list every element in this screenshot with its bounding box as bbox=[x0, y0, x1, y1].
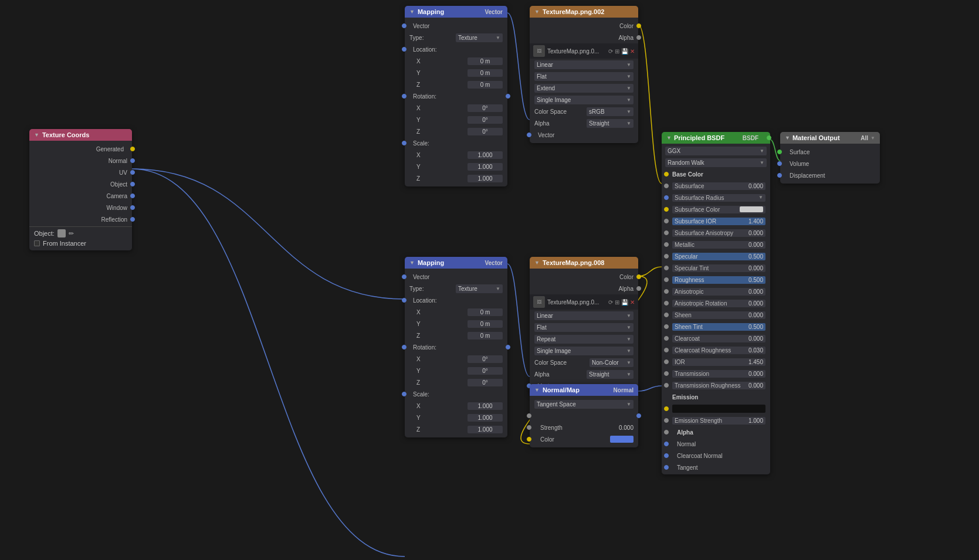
mapping1-scale-x-input[interactable]: 1.000 bbox=[468, 151, 503, 159]
bsdf-emission-swatch[interactable] bbox=[672, 405, 765, 413]
mapping1-rot-socket[interactable] bbox=[402, 94, 406, 99]
normalmap-dot-socket[interactable] bbox=[527, 413, 531, 418]
bsdf-header[interactable]: ▼ Principled BSDF BSDF bbox=[662, 132, 770, 144]
bsdf-anisotropic-socket[interactable] bbox=[664, 289, 669, 294]
mapping2-type-dropdown[interactable]: Texture ▼ bbox=[456, 284, 503, 293]
window-socket[interactable] bbox=[130, 205, 135, 210]
mapping1-rot-y-input[interactable]: 0° bbox=[468, 116, 503, 124]
mapping1-loc-y-input[interactable]: 0 m bbox=[468, 69, 503, 77]
mapping1-loc-socket[interactable] bbox=[402, 47, 406, 52]
mapping1-scale-y-input[interactable]: 1.000 bbox=[468, 163, 503, 171]
matoutput-displacement-socket[interactable] bbox=[777, 173, 782, 178]
bsdf-tangent-socket[interactable] bbox=[664, 465, 669, 470]
bsdf-ior-socket[interactable] bbox=[664, 359, 669, 364]
mapping2-vector-in-socket[interactable] bbox=[402, 274, 406, 279]
bsdf-metallic-socket[interactable] bbox=[664, 242, 669, 247]
mapping2-header[interactable]: ▼ Mapping Vector bbox=[405, 257, 507, 269]
mapping1-loc-x-input[interactable]: 0 m bbox=[468, 57, 503, 65]
texmap002-alpha-socket[interactable] bbox=[636, 35, 641, 40]
mapping1-rot-x-input[interactable]: 0° bbox=[468, 104, 503, 112]
mapping1-rot-z-input[interactable]: 0° bbox=[468, 128, 503, 135]
bsdf-emission-socket[interactable] bbox=[664, 406, 669, 411]
texmap008-alpha2-dropdown[interactable]: Straight ▼ bbox=[587, 370, 634, 379]
texmap002-ext-dropdown[interactable]: Extend ▼ bbox=[534, 84, 634, 93]
bsdf-clearcoat-socket[interactable] bbox=[664, 336, 669, 341]
texmap002-proj-dropdown[interactable]: Flat ▼ bbox=[534, 72, 634, 81]
normalmap-space-dropdown[interactable]: Tangent Space ▼ bbox=[534, 400, 634, 409]
bsdf-subsurf-color-swatch[interactable] bbox=[740, 206, 763, 212]
collapse-arrow[interactable]: ▼ bbox=[34, 132, 39, 138]
texmap008-interp-dropdown[interactable]: Linear ▼ bbox=[534, 311, 634, 320]
matoutput-surface-socket[interactable] bbox=[777, 150, 782, 154]
object-socket[interactable] bbox=[130, 182, 135, 186]
mapping2-rot-x-input[interactable]: 0° bbox=[468, 355, 503, 363]
normalmap-header[interactable]: ▼ Normal/Map Normal bbox=[530, 384, 638, 396]
bsdf-subsurf-radius-socket[interactable] bbox=[664, 195, 669, 200]
bsdf-transmission-socket[interactable] bbox=[664, 371, 669, 376]
bsdf-sheen-tint-socket[interactable] bbox=[664, 324, 669, 329]
bsdf-output-socket[interactable] bbox=[767, 135, 771, 140]
object-swatch[interactable] bbox=[57, 229, 66, 237]
bsdf-normal-socket[interactable] bbox=[664, 442, 669, 446]
bsdf-clearcoat-rough-socket[interactable] bbox=[664, 348, 669, 352]
bsdf-specular-socket[interactable] bbox=[664, 254, 669, 259]
mapping2-rot-socket[interactable] bbox=[402, 345, 406, 349]
bsdf-clearcoat-normal-socket[interactable] bbox=[664, 453, 669, 458]
reflection-socket[interactable] bbox=[130, 217, 135, 222]
texmap002-colorspace-dropdown[interactable]: sRGB ▼ bbox=[587, 107, 634, 116]
node-texcoords-header[interactable]: ▼ Texture Coords bbox=[29, 129, 132, 141]
bsdf-roughness-socket[interactable] bbox=[664, 277, 669, 282]
bsdf-subsurf-color-socket[interactable] bbox=[664, 207, 669, 212]
texmap008-color-socket[interactable] bbox=[636, 274, 641, 279]
matoutput-volume-socket[interactable] bbox=[777, 161, 782, 166]
matoutput-header[interactable]: ▼ Material Output All ▼ bbox=[780, 132, 880, 144]
mapping1-loc-z-input[interactable]: 0 m bbox=[468, 81, 503, 89]
mapping2-loc-x-input[interactable]: 0 m bbox=[468, 308, 503, 316]
mapping1-vector-in-socket[interactable] bbox=[402, 23, 406, 28]
mapping2-scale-z-input[interactable]: 1.000 bbox=[468, 426, 503, 433]
bsdf-alpha-socket[interactable] bbox=[664, 430, 669, 435]
mapping1-scale-z-input[interactable]: 1.000 bbox=[468, 175, 503, 182]
uv-socket[interactable] bbox=[130, 170, 135, 175]
camera-socket[interactable] bbox=[130, 194, 135, 198]
texmap008-alpha-socket[interactable] bbox=[636, 286, 641, 291]
bsdf-specular-tint-socket[interactable] bbox=[664, 266, 669, 270]
mapping2-loc-z-input[interactable]: 0 m bbox=[468, 332, 503, 340]
texmap002-vector-socket[interactable] bbox=[527, 133, 531, 137]
mapping2-loc-y-input[interactable]: 0 m bbox=[468, 320, 503, 328]
bsdf-subsurface-method-dropdown[interactable]: Random Walk ▼ bbox=[665, 158, 767, 167]
normalmap-color-swatch[interactable] bbox=[610, 436, 634, 443]
texmap008-colorspace-dropdown[interactable]: Non-Color ▼ bbox=[590, 358, 634, 367]
normalmap-strength-socket[interactable] bbox=[527, 425, 531, 430]
mapping2-scale-socket[interactable] bbox=[402, 392, 406, 396]
bsdf-transmission-rough-socket[interactable] bbox=[664, 383, 669, 388]
bsdf-subsurf-aniso-socket[interactable] bbox=[664, 230, 669, 235]
mapping1-scale-socket[interactable] bbox=[402, 141, 406, 145]
texmap002-interp-dropdown[interactable]: Linear ▼ bbox=[534, 60, 634, 69]
bsdf-aniso-rotation-socket[interactable] bbox=[664, 301, 669, 306]
mapping2-scale-x-input[interactable]: 1.000 bbox=[468, 402, 503, 410]
normal-socket[interactable] bbox=[130, 158, 135, 163]
texmap008-header[interactable]: ▼ TextureMap.png.008 bbox=[530, 257, 638, 269]
bsdf-emission-strength-socket[interactable] bbox=[664, 418, 669, 423]
mapping1-type-dropdown[interactable]: Texture ▼ bbox=[456, 33, 503, 42]
texmap008-src-dropdown[interactable]: Single Image ▼ bbox=[534, 347, 634, 355]
mapping2-scale-y-input[interactable]: 1.000 bbox=[468, 414, 503, 422]
edit-icon[interactable]: ✏ bbox=[69, 230, 74, 237]
texmap002-alpha2-dropdown[interactable]: Straight ▼ bbox=[587, 119, 634, 128]
mapping2-rot-y-input[interactable]: 0° bbox=[468, 367, 503, 375]
texmap002-src-dropdown[interactable]: Single Image ▼ bbox=[534, 96, 634, 104]
bsdf-subsurface-socket[interactable] bbox=[664, 184, 669, 188]
generated-socket[interactable] bbox=[130, 147, 135, 151]
normalmap-color-socket[interactable] bbox=[527, 437, 531, 442]
mapping2-rot-z-input[interactable]: 0° bbox=[468, 379, 503, 386]
texmap002-color-socket[interactable] bbox=[636, 23, 641, 28]
bsdf-basecolor-socket[interactable] bbox=[664, 172, 669, 177]
texmap008-ext-dropdown[interactable]: Repeat ▼ bbox=[534, 335, 634, 344]
mapping1-header[interactable]: ▼ Mapping Vector bbox=[405, 6, 507, 18]
bsdf-dist-dropdown[interactable]: GGX ▼ bbox=[665, 147, 767, 155]
texmap008-proj-dropdown[interactable]: Flat ▼ bbox=[534, 323, 634, 332]
mapping2-loc-socket[interactable] bbox=[402, 298, 406, 303]
bsdf-subsurf-ior-socket[interactable] bbox=[664, 219, 669, 223]
texmap002-header[interactable]: ▼ TextureMap.png.002 bbox=[530, 6, 638, 18]
